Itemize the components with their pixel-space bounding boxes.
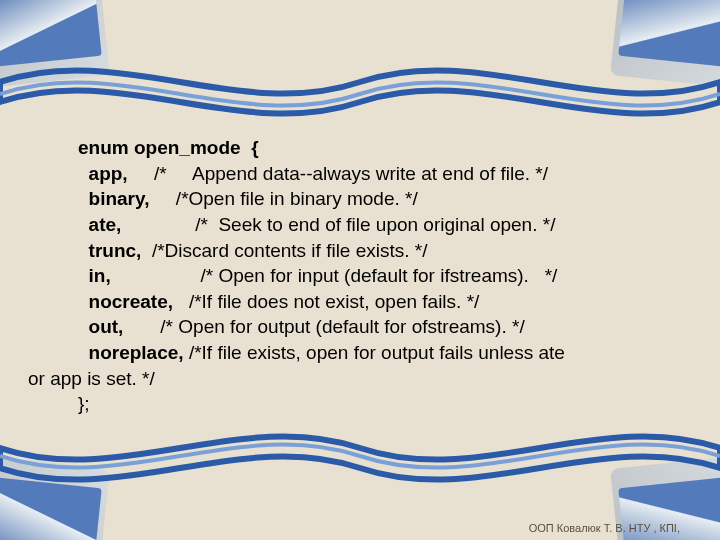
- enum-line-trunc: trunc, /*Discard contents if file exists…: [78, 238, 692, 264]
- enum-keyword: enum: [78, 137, 134, 158]
- spacer: [78, 265, 89, 286]
- decorative-monitor-bl: [0, 455, 110, 540]
- enum-line-ate: ate, /* Seek to end of file upon origina…: [78, 212, 692, 238]
- comment: /* Open for input (default for ifstreams…: [111, 265, 558, 286]
- close-brace: };: [78, 391, 692, 417]
- identifier: binary,: [89, 188, 150, 209]
- enum-line-tail: or app is set. */: [28, 366, 692, 392]
- identifier: out,: [89, 316, 124, 337]
- identifier: nocreate,: [89, 291, 173, 312]
- identifier: app,: [89, 163, 128, 184]
- identifier: trunc,: [89, 240, 142, 261]
- spacer: [78, 316, 89, 337]
- enum-line-out: out, /* Open for output (default for ofs…: [78, 314, 692, 340]
- brace: };: [78, 393, 90, 414]
- comment: /* Append data--always write at end of f…: [128, 163, 548, 184]
- decorative-monitor-tr: [610, 0, 720, 89]
- code-block: enum open_mode { app, /* Append data--al…: [28, 135, 692, 417]
- spacer: [78, 291, 89, 312]
- enum-line-nocreate: nocreate, /*If file does not exist, open…: [78, 289, 692, 315]
- comment: /*If file exists, open for output fails …: [184, 342, 565, 363]
- enum-name: open_mode {: [134, 137, 259, 158]
- enum-line-in: in, /* Open for input (default for ifstr…: [78, 263, 692, 289]
- comment: /*Discard contents if file exists. */: [141, 240, 427, 261]
- spacer: [78, 214, 89, 235]
- spacer: [78, 240, 89, 261]
- footer-attribution: ООП Ковалюк Т. В. НТУ , КПІ,: [529, 522, 680, 534]
- identifier: ate,: [89, 214, 122, 235]
- spacer: [78, 342, 89, 363]
- enum-line-app: app, /* Append data--always write at end…: [78, 161, 692, 187]
- enum-declaration: enum open_mode {: [78, 135, 692, 161]
- comment: /* Open for output (default for ofstream…: [123, 316, 524, 337]
- identifier: noreplace,: [89, 342, 184, 363]
- enum-line-binary: binary, /*Open file in binary mode. */: [78, 186, 692, 212]
- decorative-monitor-tl: [0, 0, 110, 89]
- spacer: [78, 188, 89, 209]
- comment: /*If file does not exist, open fails. */: [173, 291, 479, 312]
- spacer: [78, 163, 89, 184]
- comment: /*Open file in binary mode. */: [149, 188, 417, 209]
- identifier: in,: [89, 265, 111, 286]
- comment: /* Seek to end of file upon original ope…: [121, 214, 555, 235]
- enum-line-noreplace: noreplace, /*If file exists, open for ou…: [78, 340, 692, 366]
